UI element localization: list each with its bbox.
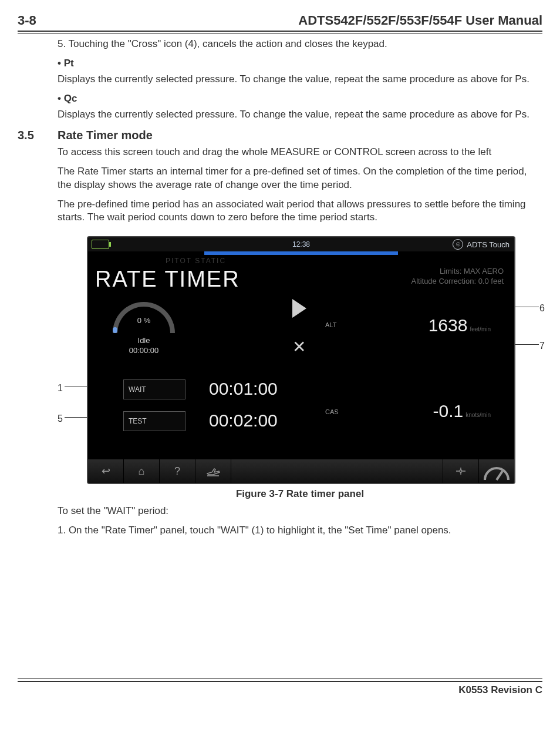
aircraft-land-icon xyxy=(206,465,220,477)
section-number: 3.5 xyxy=(18,127,58,143)
header-rule xyxy=(18,31,542,34)
callout-1: 1 xyxy=(58,382,63,395)
svg-line-1 xyxy=(497,471,502,480)
cas-unit: knots/min xyxy=(465,412,491,418)
blue-strip xyxy=(204,251,398,255)
cas-value: -0.1knots/min xyxy=(433,399,491,424)
gauge: 0 % Idle 00:00:00 xyxy=(112,302,176,355)
ge-logo-icon: ⦾ xyxy=(453,239,463,250)
help-icon: ? xyxy=(174,464,180,478)
section-p3: The pre-defined time period has an assoc… xyxy=(58,198,542,225)
home-icon: ⌂ xyxy=(139,464,145,478)
device-screenshot: 12:38 ⦾ ADTS Touch PITOT STATIC RATE TIM… xyxy=(87,236,515,484)
cross-button[interactable]: ✕ xyxy=(286,336,311,361)
test-row[interactable]: TEST 00:02:00 xyxy=(123,409,278,433)
battery-icon xyxy=(92,240,109,249)
brand: ⦾ ADTS Touch xyxy=(453,239,510,250)
limits-line2: Altitude Correction: 0.0 feet xyxy=(411,277,504,287)
section-p2: The Rate Timer starts an internal timer … xyxy=(58,165,542,192)
manual-title: ADTS542F/552F/553F/554F User Manual xyxy=(298,13,542,28)
figure-caption: Figure 3-7 Rate timer panel xyxy=(58,488,542,501)
section-p1: To access this screen touch and drag the… xyxy=(58,146,542,159)
pt-label: • Pt xyxy=(58,57,542,70)
limits-line1: Limits: MAX AERO xyxy=(411,267,504,277)
aircraft-button[interactable] xyxy=(195,459,231,483)
page: 3-8 ADTS542F/552F/553F/554F User Manual … xyxy=(0,0,560,714)
cas-number: -0.1 xyxy=(433,401,464,421)
callout-5: 5 xyxy=(58,412,63,425)
qc-text: Displays the currently selected pressure… xyxy=(58,108,542,122)
cross-icon: ✕ xyxy=(292,338,306,356)
wait-value: 00:01:00 xyxy=(209,377,278,401)
play-icon xyxy=(292,299,306,318)
status-time: 12:38 xyxy=(292,240,310,249)
wait-row[interactable]: WAIT 00:01:00 xyxy=(123,377,278,401)
aircraft-target-icon xyxy=(454,465,468,477)
footer-revision: K0553 Revision C xyxy=(18,684,542,696)
page-number: 3-8 xyxy=(18,13,36,28)
rate-timer-title: RATE TIMER xyxy=(95,264,240,294)
wait-label: WAIT xyxy=(123,379,185,399)
home-button[interactable]: ⌂ xyxy=(124,459,160,483)
svg-point-0 xyxy=(460,470,462,472)
gauge-icon xyxy=(479,456,514,484)
back-icon: ↩ xyxy=(102,464,110,478)
play-button[interactable] xyxy=(286,296,311,321)
qc-label: • Qc xyxy=(58,92,542,106)
alt-number: 1638 xyxy=(429,315,468,335)
gauge-time: 00:00:00 xyxy=(112,345,176,356)
content: 5. Touching the "Cross" icon (4), cancel… xyxy=(18,38,542,537)
brand-label: ADTS Touch xyxy=(467,240,510,250)
alt-value: 1638feet/min xyxy=(429,314,491,338)
callout-6: 6 xyxy=(539,302,545,315)
limits-info: Limits: MAX AERO Altitude Correction: 0.… xyxy=(411,267,504,287)
post-p2: 1. On the "Rate Timer" panel, touch "WAI… xyxy=(58,524,542,537)
alt-label: ALT xyxy=(325,321,336,330)
step-5-text: 5. Touching the "Cross" icon (4), cancel… xyxy=(58,38,542,51)
alt-unit: feet/min xyxy=(470,326,491,332)
section-title: Rate Timer mode xyxy=(58,127,153,143)
back-button[interactable]: ↩ xyxy=(88,459,124,483)
pt-text: Displays the currently selected pressure… xyxy=(58,73,542,86)
test-label: TEST xyxy=(123,411,185,431)
section-heading: 3.5 Rate Timer mode xyxy=(18,127,542,143)
figure-wrap: 1 5 6 7 12:38 ⦾ ADTS Touch xyxy=(58,236,545,484)
post-p1: To set the "WAIT" period: xyxy=(58,505,542,518)
nav-bar: ↩ ⌂ ? xyxy=(88,459,514,483)
gauge-button[interactable] xyxy=(478,459,514,483)
page-header: 3-8 ADTS542F/552F/553F/554F User Manual xyxy=(18,13,542,28)
callout-7: 7 xyxy=(539,340,545,352)
help-button[interactable]: ? xyxy=(160,459,195,483)
gauge-arc-icon xyxy=(113,302,175,333)
footer-rule xyxy=(18,678,542,682)
test-value: 00:02:00 xyxy=(209,409,278,433)
cas-label: CAS xyxy=(325,408,339,416)
target-button[interactable] xyxy=(443,459,478,483)
status-bar: 12:38 ⦾ ADTS Touch xyxy=(88,237,514,251)
gauge-idle: Idle xyxy=(112,335,176,346)
